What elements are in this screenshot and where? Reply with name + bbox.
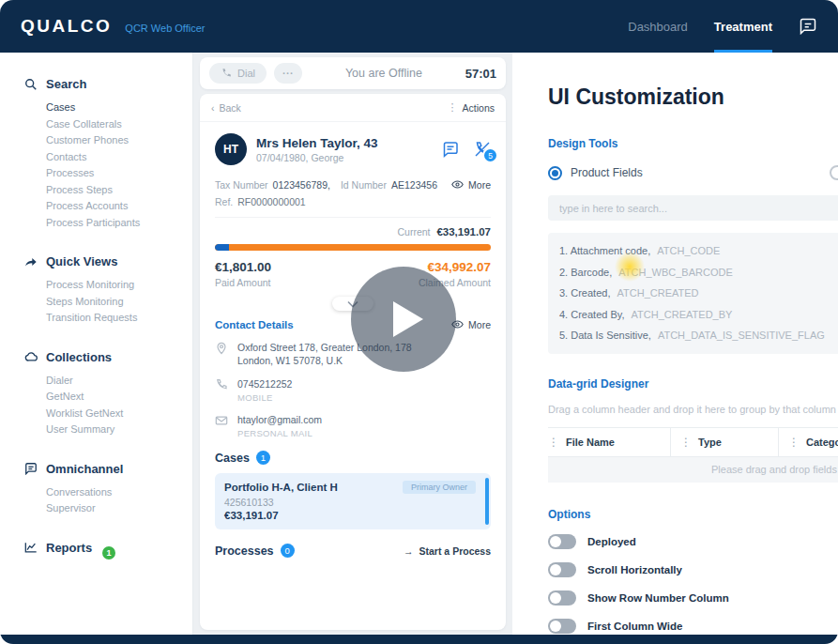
sidebar-item-case-collaterals[interactable]: Case Collaterals [46, 116, 192, 133]
topbar: QUALCO QCR Web Officer Dashboard Treatme… [0, 0, 838, 53]
first-column-wide-toggle[interactable] [548, 619, 576, 634]
current-value: €33,191.07 [436, 226, 491, 238]
app-window: QUALCO QCR Web Officer Dashboard Treatme… [0, 0, 838, 644]
tax-number-label: Tax Number [215, 179, 268, 191]
paid-amount-value: €1,801.00 [215, 260, 271, 274]
sidebar-item-user-summary[interactable]: User Summary [46, 422, 192, 438]
sidebar: Search Cases Case Collaterals Customer P… [0, 53, 193, 635]
sidebar-section-search[interactable]: Search [24, 77, 192, 91]
qualco-logo: QUALCO [21, 16, 112, 37]
column-header-type[interactable]: ⋮ Type [670, 428, 778, 456]
case-accent-bar [485, 478, 489, 525]
current-label: Current [398, 226, 431, 238]
sidebar-item-contacts[interactable]: Contacts [46, 149, 192, 166]
email-type: PERSONAL MAIL [237, 428, 322, 438]
design-tools-radio-group: Product Fields [548, 165, 838, 180]
toggle-row-first-column-wide: First Column Wide [548, 619, 838, 634]
phone-icon [221, 68, 232, 79]
sidebar-item-conversations[interactable]: Conversations [46, 484, 192, 501]
sidebar-item-process-steps[interactable]: Process Steps [46, 182, 192, 199]
collections-icon [24, 350, 38, 363]
arrow-right-icon: → [404, 545, 414, 557]
sidebar-item-steps-monitoring[interactable]: Steps Monitoring [46, 294, 192, 311]
drag-handle-icon[interactable]: ⋮ [788, 436, 800, 449]
field-list-item[interactable]: 4. Created By, ATCH_CREATED_BY [559, 304, 838, 326]
chevron-left-icon: ‹ [211, 102, 215, 114]
sidebar-item-cases[interactable]: Cases [46, 100, 192, 116]
drag-handle-icon[interactable]: ⋮ [680, 436, 692, 449]
call-more-button[interactable]: ... [274, 63, 302, 84]
toggle-row-scroll-horizontally: Scroll Horizontally [548, 562, 838, 577]
customer-meta: 07/04/1980, George [256, 152, 378, 163]
sidebar-item-dialer[interactable]: Dialer [46, 373, 192, 390]
product-fields-radio[interactable] [548, 166, 562, 180]
phone-item[interactable]: 0745212252 MOBILE [215, 377, 491, 403]
column-header-category[interactable]: ⋮ Category [778, 428, 838, 456]
case-id: 425610133 [224, 497, 476, 508]
call-timer: 57:01 [465, 67, 496, 81]
dial-button[interactable]: Dial [209, 63, 267, 84]
column-header-file-name[interactable]: ⋮ File Name [548, 428, 670, 456]
sidebar-item-process-monitoring[interactable]: Process Monitoring [46, 277, 192, 294]
sidebar-section-reports[interactable]: Reports 1 [24, 541, 192, 555]
sidebar-item-getnext[interactable]: GetNext [46, 389, 192, 406]
field-list-item[interactable]: 5. Data Is Sensitive, ATCH_DATA_IS_SENSI… [559, 325, 838, 346]
sidebar-item-customer-phones[interactable]: Customer Phones [46, 132, 192, 149]
field-list-item[interactable]: 3. Created, ATCH_CREATED [559, 283, 838, 304]
play-icon [393, 301, 423, 337]
ref-value: RF0000000001 [237, 196, 305, 207]
ellipsis-vertical-icon: ⋮ [448, 101, 458, 114]
customer-column: Dial ... You are Offline 57:01 ‹ Back ⋮ … [193, 53, 512, 635]
sidebar-section-title: Quick Views [46, 254, 117, 268]
sidebar-item-transition-requests[interactable]: Transition Requests [46, 310, 192, 327]
avatar: HT [215, 133, 247, 165]
nav-dashboard[interactable]: Dashboard [628, 0, 688, 53]
sidebar-section-omnichannel[interactable]: Omnichannel [24, 462, 192, 476]
back-button[interactable]: ‹ Back [211, 102, 241, 114]
toggle-row-show-row-number: Show Row Number Column [548, 590, 838, 606]
phone-icon [215, 378, 228, 391]
dial-label: Dial [237, 68, 255, 79]
eye-icon [451, 178, 464, 191]
sidebar-item-process-participants[interactable]: Process Participants [46, 215, 192, 232]
app-subtitle: QCR Web Officer [125, 23, 205, 34]
field-list-item[interactable]: 1. Attachment code, ATCH_CODE [559, 240, 838, 262]
sidebar-item-supervisor[interactable]: Supervisor [46, 500, 192, 517]
sidebar-item-processes[interactable]: Processes [46, 165, 192, 182]
field-list-item[interactable]: 2. Barcode, ATCH_WBC_BARCODE [559, 262, 838, 284]
start-process-button[interactable]: → Start a Process [404, 545, 491, 557]
product-fields-radio-label: Product Fields [571, 166, 643, 179]
drag-handle-icon[interactable]: ⋮ [548, 436, 559, 449]
sidebar-section-quick-views[interactable]: Quick Views [24, 254, 192, 268]
tax-number-value: 0123456789, [273, 179, 330, 191]
field-search-input[interactable] [548, 195, 838, 221]
call-bar: Dial ... You are Offline 57:01 [200, 57, 506, 89]
sidebar-section-collections[interactable]: Collections [24, 350, 192, 364]
show-row-number-toggle[interactable] [548, 590, 576, 606]
id-number-label: Id Number [341, 179, 387, 191]
chat-bubble-icon[interactable] [442, 141, 459, 158]
customer-more-button[interactable]: More [451, 178, 491, 191]
design-tools-label: Design Tools [548, 137, 838, 150]
sidebar-item-process-accounts[interactable]: Process Accounts [46, 198, 192, 215]
actions-button[interactable]: ⋮ Actions [448, 101, 495, 114]
sidebar-section-title: Search [46, 77, 86, 91]
deployed-toggle[interactable] [548, 534, 576, 549]
email-item[interactable]: htaylor@gmail.com PERSONAL MAIL [215, 413, 491, 438]
sidebar-item-worklist-getnext[interactable]: Worklist GetNext [46, 406, 192, 422]
contact-more-button[interactable]: More [451, 318, 491, 330]
toggle-row-deployed: Deployed [548, 534, 838, 549]
video-play-button[interactable] [351, 267, 456, 372]
scroll-horizontally-toggle[interactable] [548, 562, 576, 577]
panel-nav-row: ‹ Back ⋮ Actions [200, 94, 506, 122]
bottom-frame-bar [0, 635, 838, 644]
id-number-value: AE123456 [391, 179, 437, 191]
phone-blocked-icon[interactable]: 5 [474, 141, 491, 158]
case-card[interactable]: Portfolio H-A, Client H Primary Owner 42… [215, 473, 491, 529]
nav-treatment[interactable]: Treatment [714, 0, 772, 53]
secondary-radio[interactable] [830, 165, 838, 180]
cases-section: Cases 1 Portfolio H-A, Client H Primary … [200, 438, 506, 529]
notification-badge: 5 [482, 147, 498, 163]
messages-icon[interactable] [799, 17, 817, 36]
sidebar-section-title: Omnichannel [46, 462, 123, 476]
